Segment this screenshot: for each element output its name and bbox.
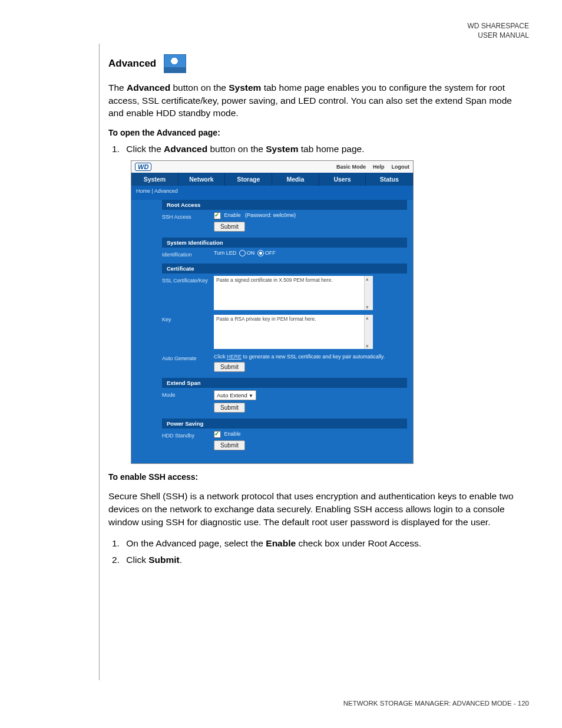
tab-status[interactable]: Status (366, 173, 413, 186)
power-saving-header: Power Saving (162, 419, 407, 429)
certificate-header: Certificate (162, 263, 407, 274)
ssl-cert-label: SSL Certificate/Key (162, 276, 214, 284)
scrollbar-icon[interactable] (364, 276, 373, 310)
tab-users[interactable]: Users (319, 173, 366, 186)
page-header: WD SHARESPACE USER MANUAL (468, 21, 529, 40)
ssh-password-hint: (Password: welc0me) (245, 213, 296, 219)
wd-logo: WD (135, 163, 151, 171)
breadcrumb: Home | Advanced (131, 186, 413, 196)
tab-media[interactable]: Media (272, 173, 319, 186)
certificate-group: Certificate SSL Certificate/Key Paste a … (131, 263, 413, 374)
header-doc: USER MANUAL (478, 31, 529, 39)
ssh-enable-checkbox[interactable] (214, 212, 221, 219)
rsa-key-textarea[interactable]: Paste a RSA private key in PEM format he… (214, 315, 373, 349)
main-tabs: System Network Storage Media Users Statu… (131, 173, 413, 186)
extend-span-group: Extend Span Mode Auto Extend Submit (131, 378, 413, 415)
enable-ssh-subhead: To enable SSH access: (108, 472, 529, 482)
advanced-page-screenshot: WD Basic Mode Help Logout System Network… (131, 160, 414, 464)
span-submit-button[interactable]: Submit (214, 403, 245, 413)
ssh-enable-text: Enable (224, 213, 241, 219)
manual-page: WD SHARESPACE USER MANUAL Advanced The A… (0, 0, 562, 728)
mode-select[interactable]: Auto Extend (214, 390, 256, 400)
logout-link[interactable]: Logout (392, 164, 410, 170)
power-submit-button[interactable]: Submit (214, 440, 245, 450)
hdd-enable-checkbox[interactable] (214, 431, 221, 438)
vertical-rule (99, 44, 100, 680)
system-identification-header: System Identification (162, 238, 407, 248)
ssh-step-2: 2. Click Submit. (108, 553, 529, 566)
system-identification-group: System Identification Identification Tur… (131, 238, 413, 260)
tab-network[interactable]: Network (178, 173, 226, 186)
root-access-group: Root Access SSH Access Enable (Password:… (131, 200, 413, 234)
root-access-header: Root Access (162, 200, 407, 210)
open-step-1: 1. Click the Advanced button on the Syst… (108, 142, 529, 156)
basic-mode-link[interactable]: Basic Mode (336, 164, 366, 170)
mode-label: Mode (162, 390, 214, 398)
auto-generate-label: Auto Generate (162, 354, 214, 361)
app-topbar: WD Basic Mode Help Logout (131, 161, 413, 173)
extend-span-header: Extend Span (162, 378, 407, 388)
header-product: WD SHARESPACE (468, 22, 529, 30)
ssh-access-label: SSH Access (162, 212, 214, 220)
scrollbar-icon[interactable] (364, 315, 373, 349)
cert-submit-button[interactable]: Submit (214, 362, 245, 372)
led-on-radio[interactable] (239, 250, 246, 256)
page-footer: NETWORK STORAGE MANAGER: ADVANCED MODE -… (343, 700, 529, 707)
led-off-radio[interactable] (257, 250, 264, 256)
intro-paragraph: The Advanced button on the System tab ho… (108, 81, 529, 120)
auto-generate-link[interactable]: HERE (227, 354, 242, 360)
ssh-step-1: 1. On the Advanced page, select the Enab… (108, 536, 529, 550)
section-title: Advanced (108, 58, 156, 70)
turn-led-label: Turn LED (214, 250, 236, 256)
tab-system[interactable]: System (131, 173, 178, 186)
ssl-cert-textarea[interactable]: Paste a signed certificate in X.509 PEM … (214, 276, 373, 310)
help-link[interactable]: Help (373, 164, 385, 170)
root-submit-button[interactable]: Submit (214, 222, 245, 232)
advanced-icon (164, 54, 186, 73)
ssh-paragraph: Secure Shell (SSH) is a network protocol… (108, 490, 529, 528)
section-heading-row: Advanced (108, 54, 529, 73)
settings-panel: Root Access SSH Access Enable (Password:… (131, 200, 413, 463)
open-advanced-subhead: To open the Advanced page: (108, 128, 529, 137)
tab-storage[interactable]: Storage (225, 173, 272, 186)
identification-label: Identification (162, 250, 214, 258)
hdd-standby-label: HDD Standby (162, 431, 214, 439)
content-column: Advanced The Advanced button on the Syst… (108, 54, 529, 566)
key-label: Key (162, 315, 214, 322)
power-saving-group: Power Saving HDD Standby Enable Submit (131, 419, 413, 453)
hdd-enable-text: Enable (224, 431, 241, 437)
